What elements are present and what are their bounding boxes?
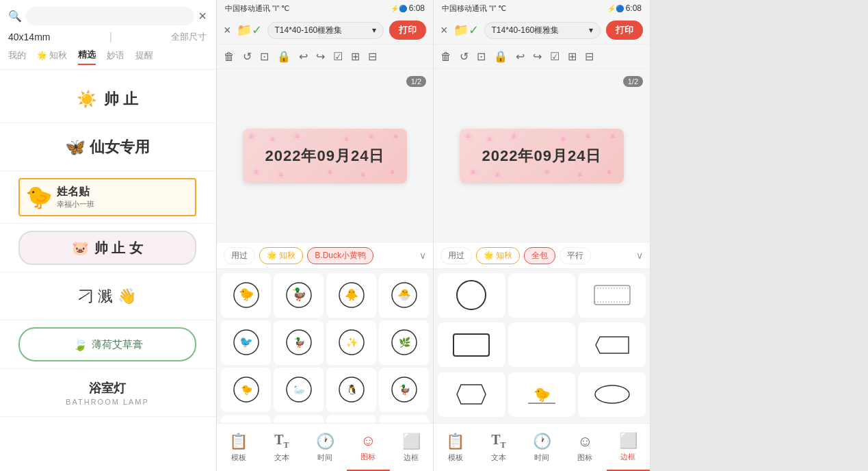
tab-text-3[interactable]: TT 文本 [260,424,303,471]
redo-3[interactable]: ↺ [241,49,253,64]
canvas-4[interactable]: 🌸 🌸 🌸 🌸 🌸 🌸 🌸 🌸 🌸 🌸 🌸 2022年09月24日 [434,69,650,243]
add-3[interactable]: ⊞ [350,49,361,64]
shape-cell-rect[interactable] [438,322,505,367]
shape-grid-4: 🐤 [434,269,650,424]
print-button-3[interactable]: 打印 [389,21,426,40]
icon-cell-3-3[interactable]: 🐥 [326,273,376,318]
template-item-2[interactable]: 🦋 仙女专用 [0,123,216,171]
redo-4[interactable]: ↺ [458,49,470,64]
pill-zhiqiu-3[interactable]: 🌟 知秋 [259,247,303,264]
tab-mine[interactable]: 我的 [8,49,26,65]
tab-clever[interactable]: 妙语 [107,49,124,65]
svg-text:🐦: 🐦 [239,335,253,348]
shape-cell-oval[interactable] [578,372,646,417]
title-label-3: T14*40-160榧雅集 [275,25,343,36]
icon-cell-3-2[interactable]: 🦆 [274,273,324,318]
tab-icons-3[interactable]: ☺ 图标 [347,424,390,471]
template-search-input[interactable] [26,7,194,25]
icon-cell-3-7[interactable]: ✨ [326,320,376,365]
undo-3[interactable]: ↩ [298,49,309,64]
tab-border-4[interactable]: ⬜ 边框 [607,424,650,471]
icon-cell-3-12[interactable]: 🦆 [379,368,429,412]
icon-cell-3-11[interactable]: 🐧 [326,368,376,412]
fwd-3[interactable]: ↪ [315,49,326,64]
chk-3[interactable]: ☑ [332,49,344,64]
icon-cell-3-6[interactable]: 🦆 [274,320,324,365]
add-4[interactable]: ⊞ [566,49,578,64]
tab-time-4[interactable]: 🕐 时间 [520,424,563,471]
icon-cell-3-13[interactable]: 🐤 [221,415,271,424]
tab-zhiqiu[interactable]: 🌟 知秋 [37,49,67,65]
dropdown-arrow-4[interactable]: ∨ [636,250,643,261]
icon-cell-3-15[interactable]: 😷 [326,415,376,424]
pill-parallel-4[interactable]: 平行 [560,247,591,264]
undo-4[interactable]: ↩ [514,49,526,64]
canvas-3[interactable]: 🌸 🌸 🌸 🌸 🌸 🌸 🌸 🌸 🌸 🌸 🌸 2022年09月24日 [217,69,433,243]
icon-cell-3-10[interactable]: 🦢 [274,368,324,412]
template-item-6[interactable]: 🍃 薄荷艾草膏 [0,320,216,369]
canvas-date-text-4: 2022年09月24日 [482,146,602,166]
chk-4[interactable]: ☑ [549,49,561,64]
shape-cell-empty1[interactable] [508,273,576,318]
tab-time-3[interactable]: 🕐 时间 [303,424,346,471]
shape-cell-empty3[interactable]: 🐤 [508,372,576,417]
rem-4[interactable]: ⊟ [583,49,595,64]
icon-cell-3-16[interactable]: 🎩 [379,415,429,424]
label-template-4[interactable]: 🌸 🌸 🌸 🌸 🌸 🌸 🌸 🌸 🌸 🌸 🌸 2022年09月24日 [460,129,624,183]
label-template-3[interactable]: 🌸 🌸 🌸 🌸 🌸 🌸 🌸 🌸 🌸 🌸 🌸 2022年09月24日 [243,129,407,183]
template-item-5[interactable]: 刁 溅 👋 [0,272,216,320]
clever-label: 妙语 [107,49,124,62]
bottom-tabs-3: 📋 模板 TT 文本 🕐 时间 ☺ 图标 ⬜ 边框 [217,423,433,471]
panel1: 中国移动通讯 "l" ℃ ⚡🔵 6:07 × 📁✓ T14*40-160榧雅集 … [0,0,217,471]
shape-cell-tag-fancy[interactable] [578,322,646,367]
tab-template-4[interactable]: 📋 模板 [434,424,477,471]
shape-cell-circle[interactable] [438,273,505,318]
icon-cell-3-14[interactable]: 🦆 [274,415,324,424]
svg-text:🦆: 🦆 [291,287,307,302]
pill-zhiqiu-4[interactable]: 🌟 知秋 [476,247,520,264]
rem-3[interactable]: ⊟ [367,49,378,64]
tab-selected[interactable]: 精选 [78,49,96,65]
tab-template-3[interactable]: 📋 模板 [217,424,260,471]
title-selector-4[interactable]: T14*40-160榧雅集 ▾ [484,22,601,39]
shape-cell-label-fancy[interactable] [578,273,646,318]
pill-bduck-3[interactable]: B.Duck小黄鸭 [307,247,373,264]
mint-template: 🍃 薄荷艾草膏 [18,327,196,361]
tab-icons-4[interactable]: ☺ 图标 [564,424,607,471]
icon-cell-3-9[interactable]: 🐤 [221,368,271,412]
template-item-4[interactable]: 🐷 帅 止 女 [0,224,216,272]
fwd-4[interactable]: ↪ [531,49,543,64]
del-4[interactable]: 🗑 [439,49,453,64]
close-button-3[interactable]: × [224,24,231,36]
search-icon-p2: 🔍 [8,10,22,23]
icon-cell-3-1[interactable]: 🐤 [221,273,271,318]
dup-3[interactable]: ⊡ [259,49,270,64]
lock-4[interactable]: 🔒 [492,49,509,64]
modal-template-picker: 🔍 × 40x14mm | 全部尺寸 我的 🌟 [0,0,216,471]
svg-text:✨: ✨ [345,337,358,348]
tab-border-3[interactable]: ⬜ 边框 [390,424,433,471]
dropdown-arrow-3[interactable]: ∨ [419,250,426,261]
carrier-4: 中国移动通讯 "l" ℃ [442,3,506,14]
tab-text-4[interactable]: TT 文本 [477,424,520,471]
template-item-3[interactable]: 🐤 姓名贴 幸福小一班 [0,171,216,224]
close-button-4[interactable]: × [440,24,448,36]
pill-allwrap-4[interactable]: 全包 [524,247,555,264]
dup-4[interactable]: ⊡ [475,49,487,64]
icon-cell-3-5[interactable]: 🐦 [221,320,271,365]
pill-used-4[interactable]: 用过 [440,247,472,264]
title-selector-3[interactable]: T14*40-160榧雅集 ▾ [267,22,384,39]
close-modal-button[interactable]: × [198,8,207,24]
shape-cell-empty2[interactable] [508,322,576,367]
print-button-4[interactable]: 打印 [606,21,643,40]
shape-cell-hex[interactable] [438,372,505,417]
panel2-all-sizes[interactable]: 全部尺寸 [171,31,207,43]
tab-reminder[interactable]: 提醒 [135,49,153,65]
icon-cell-3-8[interactable]: 🌿 [379,320,429,365]
template-item-7[interactable]: 浴室灯 BATHROOM LAMP [0,369,216,417]
lock-3[interactable]: 🔒 [276,49,292,64]
del-3[interactable]: 🗑 [222,49,236,64]
icon-cell-3-4[interactable]: 🐣 [379,273,429,318]
template-item-1[interactable]: ☀️ 帅 止 [0,75,216,123]
pill-used-3[interactable]: 用过 [224,247,255,264]
